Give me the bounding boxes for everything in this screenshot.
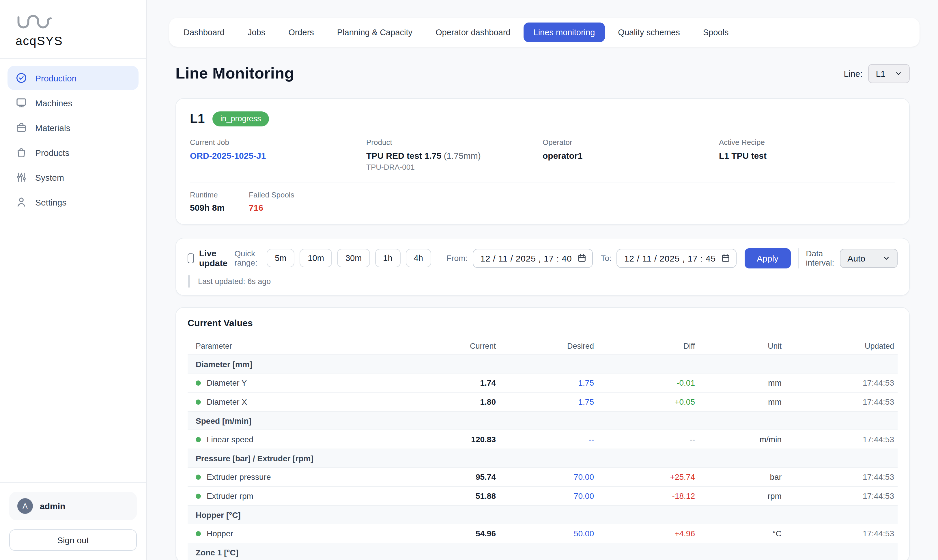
unit-cell: bar xyxy=(695,472,781,482)
sidebar-item-label: Products xyxy=(35,148,69,157)
unit-cell: rpm xyxy=(695,491,781,500)
field-value-text: TPU RED test 1.75 xyxy=(366,151,441,160)
current-job-link[interactable]: ORD-2025-1025-J1 xyxy=(190,151,366,160)
user-name: admin xyxy=(40,501,65,511)
tab-lines-monitoring[interactable]: Lines monitoring xyxy=(524,23,605,42)
quick-range-label: Quick range: xyxy=(234,249,261,267)
table-row-diameter-x: Diameter X1.801.75+0.05mm17:44:53 xyxy=(188,392,898,412)
to-label: To: xyxy=(601,254,611,263)
column-header-updated: Updated xyxy=(781,342,894,351)
line-info-card: L1 in_progress Current JobORD-2025-1025-… xyxy=(175,98,910,225)
parameter-cell: Diameter Y xyxy=(196,378,403,388)
sign-out-button[interactable]: Sign out xyxy=(9,529,137,551)
current-values-card: Current Values ParameterCurrentDesiredDi… xyxy=(175,307,910,560)
section-row-diameter-mm: Diameter [mm] xyxy=(188,355,898,374)
tab-jobs[interactable]: Jobs xyxy=(238,23,275,42)
field-label: Product xyxy=(366,138,543,147)
field-label: Operator xyxy=(543,138,719,147)
status-dot-icon xyxy=(196,474,201,480)
sidebar-item-materials[interactable]: Materials xyxy=(8,115,138,140)
desired-cell: 1.75 xyxy=(496,397,594,406)
status-dot-icon xyxy=(196,437,201,442)
line-selector: Line: L1 xyxy=(844,64,910,83)
column-header-diff: Diff xyxy=(594,342,695,351)
section-label: Speed [m/min] xyxy=(196,416,894,425)
sidebar-item-settings[interactable]: Settings xyxy=(8,190,138,214)
line-fields: Current JobORD-2025-1025-J1ProductTPU RE… xyxy=(190,138,895,171)
wave-logo-icon xyxy=(17,15,52,31)
calendar-icon[interactable] xyxy=(577,254,586,263)
calendar-icon[interactable] xyxy=(721,254,730,263)
current-values-title: Current Values xyxy=(188,318,898,329)
live-update-label: Live update xyxy=(199,248,228,268)
parameter-name: Extruder pressure xyxy=(207,472,271,482)
briefcase-icon xyxy=(15,122,27,133)
section-label: Pressure [bar] / Extruder [rpm] xyxy=(196,454,894,463)
tab-operator-dashboard[interactable]: Operator dashboard xyxy=(426,23,520,42)
updated-cell: 17:44:53 xyxy=(781,472,894,482)
updated-cell: 17:44:53 xyxy=(781,491,894,500)
check-circle-icon xyxy=(15,72,27,84)
to-datetime-input[interactable]: 12 / 11 / 2025 , 17 : 45 xyxy=(617,249,737,268)
parameter-name: Hopper xyxy=(207,529,233,538)
current-values-table: ParameterCurrentDesiredDiffUnitUpdated D… xyxy=(188,338,898,560)
avatar: A xyxy=(17,498,33,514)
current-cell: 1.80 xyxy=(403,397,496,406)
diff-cell: -18.12 xyxy=(594,491,695,500)
main-area: DashboardJobsOrdersPlanning & CapacityOp… xyxy=(147,0,938,560)
tab-planning-capacity[interactable]: Planning & Capacity xyxy=(327,23,422,42)
current-cell: 54.96 xyxy=(403,529,496,538)
parameter-name: Diameter Y xyxy=(207,378,247,388)
data-interval-label: Data interval: xyxy=(806,249,834,267)
parameter-cell: Extruder rpm xyxy=(196,491,403,500)
tab-orders[interactable]: Orders xyxy=(278,23,324,42)
user-card: A admin xyxy=(9,492,137,520)
brand-name: acqSYS xyxy=(15,34,146,48)
from-datetime-input[interactable]: 12 / 11 / 2025 , 17 : 40 xyxy=(473,249,592,268)
updated-cell: 17:44:53 xyxy=(781,378,894,388)
stat-runtime: Runtime509h 8m xyxy=(190,191,225,212)
apply-button[interactable]: Apply xyxy=(745,248,790,268)
parameter-name: Diameter X xyxy=(207,397,247,406)
current-cell: 95.74 xyxy=(403,472,496,482)
divider xyxy=(190,182,895,182)
quick-range-4h-button[interactable]: 4h xyxy=(406,249,431,267)
table-row-diameter-y: Diameter Y1.741.75-0.01mm17:44:53 xyxy=(188,374,898,392)
tab-dashboard[interactable]: Dashboard xyxy=(174,23,234,42)
live-update-checkbox[interactable] xyxy=(188,253,194,263)
chevron-down-icon xyxy=(883,254,890,262)
status-dot-icon xyxy=(196,531,201,536)
shopping-bag-icon xyxy=(15,147,27,158)
line-select[interactable]: L1 xyxy=(869,64,910,83)
quick-range-5m-button[interactable]: 5m xyxy=(267,249,294,267)
table-row-hopper: Hopper54.9650.00+4.96°C17:44:53 xyxy=(188,524,898,543)
field-current-job: Current JobORD-2025-1025-J1 xyxy=(190,138,366,171)
table-header-row: ParameterCurrentDesiredDiffUnitUpdated xyxy=(188,338,898,355)
updated-cell: 17:44:53 xyxy=(781,397,894,406)
quick-range-1h-button[interactable]: 1h xyxy=(375,249,400,267)
column-header-unit: Unit xyxy=(695,342,781,351)
quick-range-10m-button[interactable]: 10m xyxy=(300,249,332,267)
unit-cell: mm xyxy=(695,378,781,388)
sidebar-item-machines[interactable]: Machines xyxy=(8,91,138,115)
stat-label: Runtime xyxy=(190,191,225,199)
sidebar-footer: A admin Sign out xyxy=(0,482,146,560)
data-interval-select[interactable]: Auto xyxy=(840,249,898,268)
sidebar-item-system[interactable]: System xyxy=(8,165,138,189)
sidebar-item-products[interactable]: Products xyxy=(8,140,138,165)
tab-quality-schemes[interactable]: Quality schemes xyxy=(608,23,689,42)
field-active-recipe: Active RecipeL1 TPU test xyxy=(719,138,895,171)
column-header-parameter: Parameter xyxy=(196,342,403,351)
line-head: L1 in_progress xyxy=(190,111,895,126)
stat-label: Failed Spools xyxy=(249,191,294,199)
field-subtext: TPU-DRA-001 xyxy=(366,163,543,171)
quick-range-30m-button[interactable]: 30m xyxy=(337,249,370,267)
diff-cell: +4.96 xyxy=(594,529,695,538)
section-row-pressure-bar-extruder-rpm: Pressure [bar] / Extruder [rpm] xyxy=(188,449,898,468)
line-select-value: L1 xyxy=(876,69,886,78)
tab-spools[interactable]: Spools xyxy=(693,23,738,42)
divider xyxy=(798,248,798,268)
sidebar-item-production[interactable]: Production xyxy=(8,66,138,90)
column-header-current: Current xyxy=(403,342,496,351)
data-interval-value: Auto xyxy=(847,253,865,263)
